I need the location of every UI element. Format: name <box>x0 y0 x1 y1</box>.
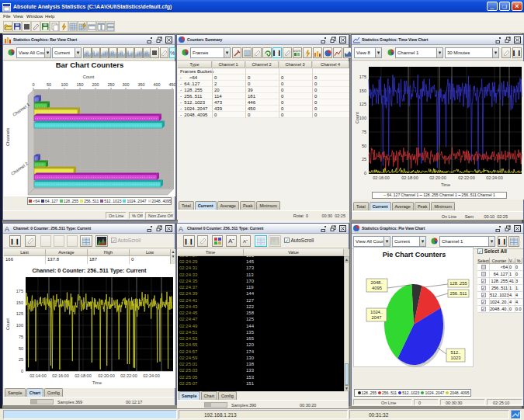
svg-text:400: 400 <box>153 82 160 87</box>
svg-text:2047: 2047 <box>372 315 382 320</box>
svg-text:75: 75 <box>362 130 366 134</box>
svg-text:Channels: Channels <box>5 128 10 146</box>
svg-text:450: 450 <box>168 82 175 87</box>
svg-text:0: 0 <box>32 82 34 87</box>
svg-text:128..255: 128..255 <box>449 281 467 286</box>
svg-text:02:24:00: 02:24:00 <box>486 175 502 180</box>
svg-text:100: 100 <box>359 116 366 120</box>
svg-text:50: 50 <box>362 144 366 148</box>
svg-text:02:22:00: 02:22:00 <box>458 175 474 180</box>
svg-text:Count: Count <box>5 318 10 330</box>
svg-text:A: A <box>5 225 9 232</box>
svg-text:150: 150 <box>359 89 366 93</box>
svg-text:50: 50 <box>47 82 51 87</box>
svg-text:0123: 0123 <box>293 49 301 53</box>
svg-text:125: 125 <box>359 102 366 106</box>
svg-text:50: 50 <box>19 346 23 351</box>
svg-text:4095: 4095 <box>372 286 382 290</box>
svg-text:2048..: 2048.. <box>370 280 383 285</box>
svg-text:200: 200 <box>92 82 99 87</box>
svg-text:1023: 1023 <box>451 356 461 360</box>
svg-text:512..: 512.. <box>451 350 461 355</box>
svg-text:Time: Time <box>92 380 102 385</box>
svg-text:250: 250 <box>107 82 114 87</box>
svg-text:Channel 1: Channel 1 <box>12 102 30 117</box>
svg-text:02:24:00: 02:24:00 <box>143 373 159 378</box>
svg-text:02:18:00: 02:18:00 <box>75 373 91 378</box>
svg-text:300: 300 <box>122 82 129 87</box>
svg-text:02:18:00: 02:18:00 <box>401 175 418 180</box>
svg-text:175: 175 <box>359 75 366 79</box>
svg-text:Channel: 0 Counter: 256..511: Channel: 0 Counter: 256..511 Type: Curre… <box>33 267 147 274</box>
svg-text:Count: Count <box>355 112 359 123</box>
svg-text:25: 25 <box>19 357 23 362</box>
svg-text:1024..: 1024.. <box>370 310 383 314</box>
svg-text:0: 0 <box>21 369 23 373</box>
svg-text:02:16:00: 02:16:00 <box>373 175 389 180</box>
svg-text:350: 350 <box>137 82 144 87</box>
svg-text:Channel 2: Channel 2 <box>10 161 29 176</box>
svg-text:150: 150 <box>76 82 83 87</box>
svg-text:A: A <box>179 225 183 232</box>
svg-text:02:16:00: 02:16:00 <box>52 373 68 378</box>
svg-text:75: 75 <box>19 335 23 339</box>
svg-text:125: 125 <box>16 311 23 316</box>
svg-text:100: 100 <box>61 82 68 87</box>
svg-text:256..511: 256..511 <box>449 291 467 296</box>
svg-text:25: 25 <box>362 157 366 161</box>
svg-text:175: 175 <box>16 289 23 293</box>
svg-text:0: 0 <box>364 171 366 175</box>
svg-text:02:22:00: 02:22:00 <box>120 373 137 378</box>
svg-text:150: 150 <box>16 300 23 305</box>
svg-text:02:20:00: 02:20:00 <box>429 175 446 180</box>
svg-text:100: 100 <box>16 323 23 328</box>
svg-text:Time: Time <box>441 182 450 187</box>
svg-text:02:20:00: 02:20:00 <box>98 373 114 378</box>
svg-text:02:14:00: 02:14:00 <box>29 373 46 378</box>
svg-text:Count: Count <box>83 75 95 79</box>
